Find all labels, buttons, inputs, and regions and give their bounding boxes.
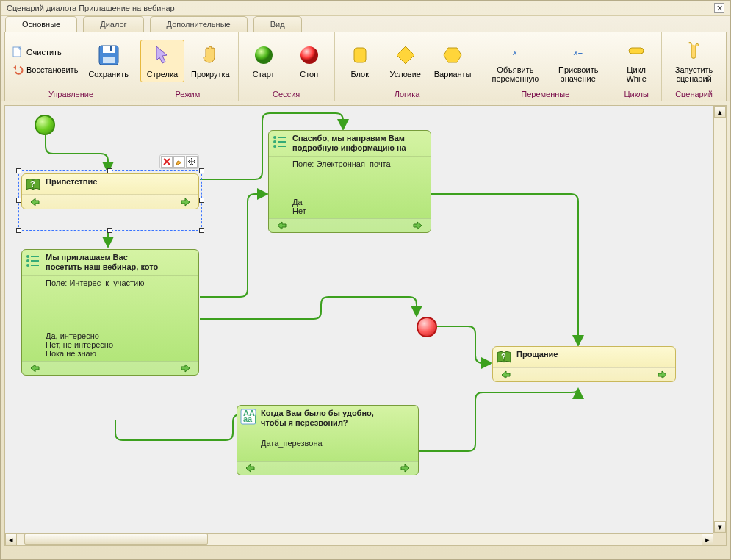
svg-text:x: x [513, 48, 518, 57]
list-icon [25, 253, 41, 269]
node-invite[interactable]: Мы приглашаем Васпосетить наш вебинар, к… [21, 249, 199, 376]
svg-rect-23 [278, 146, 286, 147]
ribbon-tabs: Основные Диалог Дополнительные Вид [1, 16, 730, 32]
svg-rect-13 [31, 256, 39, 257]
mini-move-button[interactable] [186, 156, 198, 168]
svg-text:x=: x= [573, 48, 583, 57]
x-icon: x [503, 39, 527, 62]
group-manage: Очистить Восстановить Сохранить Управлен… [5, 32, 137, 101]
svg-point-20 [273, 140, 276, 143]
declare-var-button[interactable]: x Объявить переменную [483, 35, 548, 87]
svg-rect-3 [103, 57, 115, 63]
window-title: Сценарий диалога Приглашение на вебинар [7, 1, 175, 15]
title-bar: Сценарий диалога Приглашение на вебинар … [1, 1, 730, 15]
tab-dialog[interactable]: Диалог [83, 16, 143, 32]
scroll-right-button[interactable]: ▸ [702, 534, 713, 545]
svg-rect-21 [278, 141, 286, 143]
book-icon: ? [496, 350, 512, 366]
scroll-down-button[interactable]: ▾ [714, 521, 726, 533]
svg-rect-15 [31, 260, 39, 262]
prev-arrow-icon[interactable] [500, 370, 511, 379]
svg-text:aa |: aa | [243, 414, 256, 423]
svg-point-14 [26, 259, 29, 262]
svg-rect-7 [354, 48, 366, 62]
tab-extra[interactable]: Дополнительные [150, 16, 248, 32]
svg-point-18 [273, 136, 276, 139]
svg-point-16 [26, 264, 29, 267]
node-farewell[interactable]: ? Прощание [492, 346, 676, 382]
group-session: Старт Стоп Сессия [239, 32, 335, 101]
svg-rect-2 [103, 46, 115, 53]
tab-view[interactable]: Вид [253, 16, 302, 32]
vertical-scrollbar[interactable]: ▴ ▾ [713, 106, 726, 533]
start-button[interactable]: Старт [242, 40, 286, 82]
arrow-button[interactable]: Стрелка [140, 40, 184, 82]
group-logic: Блок Условие Варианты Логика [335, 32, 480, 101]
diagram-canvas[interactable]: ? Приветствие Мы приглашаем Васпосетить … [5, 106, 713, 533]
scroll-doc-icon [683, 39, 706, 62]
hand-icon [198, 43, 222, 67]
next-arrow-icon[interactable] [400, 464, 411, 473]
next-arrow-icon[interactable] [413, 221, 423, 230]
svg-point-22 [273, 145, 276, 148]
svg-rect-10 [629, 48, 644, 54]
list-icon [272, 134, 288, 150]
window-close-button[interactable]: ✕ [714, 3, 724, 13]
next-arrow-icon[interactable] [658, 370, 668, 379]
cursor-icon [151, 43, 174, 67]
mini-delete-button[interactable] [161, 156, 173, 168]
node-callback[interactable]: AAAaa | Когда Вам было бы удобно,чтобы я… [237, 405, 419, 475]
mini-edit-button[interactable] [173, 156, 185, 168]
prev-arrow-icon[interactable] [276, 221, 287, 230]
app-window: Сценарий диалога Приглашение на вебинар … [0, 0, 731, 560]
stop-button[interactable]: Стоп [287, 40, 331, 82]
horizontal-scrollbar[interactable]: ◂ ▸ [5, 533, 713, 545]
scroll-button[interactable]: Прокрутка [186, 40, 235, 82]
while-button[interactable]: Цикл While [614, 35, 658, 87]
tab-main[interactable]: Основные [5, 16, 77, 32]
book-icon: ? [25, 177, 41, 193]
group-vars: x Объявить переменную x= Присвоить значе… [480, 32, 612, 101]
scroll-up-button[interactable]: ▴ [714, 106, 726, 118]
ribbon: Основные Диалог Дополнительные Вид Очист… [1, 15, 730, 101]
scroll-thumb[interactable] [24, 534, 208, 545]
save-button[interactable]: Сохранить [83, 40, 134, 82]
undo-icon [12, 64, 24, 76]
svg-text:?: ? [30, 179, 35, 188]
start-node[interactable] [35, 115, 55, 135]
svg-rect-4 [110, 46, 112, 51]
node-greeting[interactable]: ? Приветствие [21, 173, 199, 209]
canvas-wrap: ? Приветствие Мы приглашаем Васпосетить … [4, 105, 727, 546]
scroll-track[interactable] [17, 534, 702, 545]
svg-rect-19 [278, 137, 286, 138]
stop-node[interactable] [417, 317, 437, 337]
prev-arrow-icon[interactable] [29, 198, 40, 207]
input-icon: AAAaa | [240, 409, 256, 425]
save-icon [97, 43, 120, 67]
assign-icon: x= [566, 39, 590, 62]
scroll-left-button[interactable]: ◂ [5, 534, 17, 545]
block-icon [348, 43, 372, 67]
restore-button[interactable]: Восстановить [8, 62, 82, 78]
condition-button[interactable]: Условие [383, 40, 428, 82]
prev-arrow-icon[interactable] [29, 364, 40, 373]
node-thanks[interactable]: Спасибо, мы направим Вамподробную информ… [268, 130, 431, 233]
group-loops: Цикл While Циклы [611, 32, 662, 101]
variants-button[interactable]: Варианты [429, 40, 477, 82]
clear-button[interactable]: Очистить [8, 44, 82, 60]
next-arrow-icon[interactable] [181, 364, 191, 373]
loop-icon [624, 39, 648, 62]
assign-var-button[interactable]: x= Присвоить значение [549, 35, 608, 87]
prev-arrow-icon[interactable] [245, 464, 255, 473]
svg-rect-17 [31, 265, 39, 266]
svg-point-5 [255, 46, 273, 64]
run-scenario-button[interactable]: Запустить сценарий [665, 35, 723, 87]
svg-text:?: ? [501, 352, 506, 361]
hex-icon [441, 43, 464, 67]
svg-point-12 [26, 255, 29, 258]
page-icon [12, 46, 24, 58]
node-mini-toolbar [159, 154, 199, 169]
next-arrow-icon[interactable] [181, 198, 191, 207]
block-button[interactable]: Блок [338, 40, 382, 82]
node-header: ? Приветствие [22, 174, 198, 195]
